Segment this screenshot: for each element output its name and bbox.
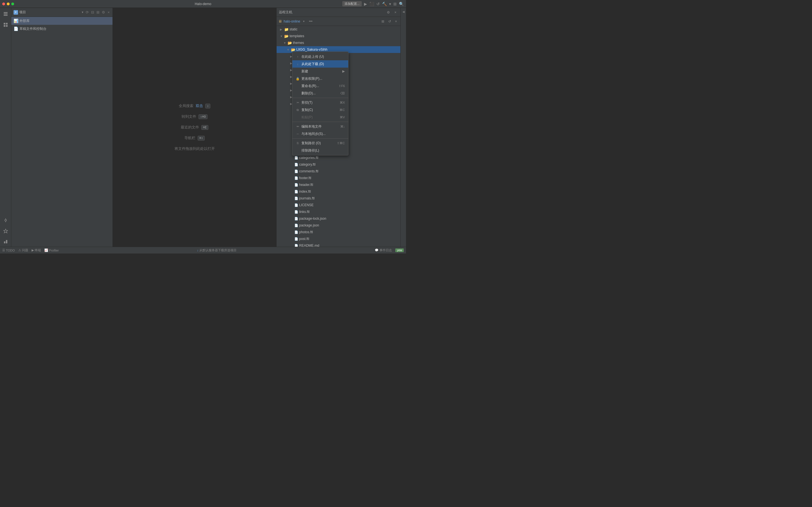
minimize-button[interactable] (7, 3, 10, 5)
file-icon: 📄 (294, 203, 298, 207)
maximize-button[interactable] (11, 3, 14, 5)
ftree-file-pkglock-label: package-lock.json (299, 217, 326, 221)
ftree-file-index[interactable]: 📄 index.ftl (276, 188, 400, 195)
ftree-item-templates[interactable]: ▼ 📂 templates (276, 33, 400, 40)
close-panel-icon[interactable]: × (107, 10, 110, 15)
sidebar-item-commits[interactable] (1, 215, 11, 225)
ctx-cut[interactable]: ✂ 剪切(T) ⌘X (292, 99, 348, 106)
ctx-copy-path[interactable]: ⎘ 复制路径 (O) ⇧⌘C (292, 139, 348, 147)
ctx-permissions[interactable]: 🔒 更改权限(P)... (292, 75, 348, 82)
folder-open-icon: 📂 (291, 48, 296, 52)
hint-drag-drop: 将文件拖放到此处以打开 (174, 146, 215, 151)
ftree-file-journals[interactable]: 📄 journals.ftl (276, 195, 400, 202)
ftree-file-readme-label: README.md (299, 244, 319, 247)
close-button[interactable] (2, 3, 5, 5)
right-panel: 远程主机 ⚙ × 🖥 halo-online ▾ ••• ⊞ ↺ × ▶ 📁 s… (276, 8, 400, 247)
ftree-file-readme[interactable]: 📄 README.md (276, 242, 400, 247)
ctx-download[interactable]: ↓ 从此处下载 (D) (292, 60, 348, 68)
chevron-right-icon: ▶ (280, 28, 283, 31)
sidebar-item-structure[interactable] (1, 20, 11, 30)
project-dropdown-icon[interactable]: ▾ (82, 10, 84, 14)
profiler-label: Profiler (49, 249, 59, 252)
ctx-delete[interactable]: 删除(D)... ⌫ (292, 90, 348, 97)
ftree-file-comments[interactable]: 📄 comments.ftl (276, 168, 400, 175)
search-icon[interactable]: 🔍 (399, 2, 404, 6)
hint-navbar-label: 导航栏 (185, 135, 195, 140)
far-right-label[interactable]: ▶ (402, 9, 405, 15)
right-panel-header-icons: ⚙ × (385, 9, 398, 15)
remote-panel-close-icon[interactable]: × (393, 18, 399, 24)
more-run-icon[interactable]: ▾ (389, 2, 391, 6)
far-left-sidebar (0, 8, 11, 247)
ftree-file-post[interactable]: 📄 post.ftl (276, 235, 400, 242)
ctx-sync[interactable]: ↔ 与本地同步(S)... (292, 130, 348, 137)
ftree-file-header[interactable]: 📄 header.ftl (276, 181, 400, 188)
ftree-file-pkg[interactable]: 📄 package.json (276, 222, 400, 229)
ftree-file-header-label: header.ftl (299, 183, 313, 187)
run-icon[interactable]: ▶ (364, 2, 367, 6)
file-icon: 📄 (294, 156, 298, 160)
build-icon[interactable]: 🔨 (382, 2, 387, 6)
window-controls (2, 3, 14, 5)
tree-item-library[interactable]: 📊 外部库 (11, 17, 112, 25)
hint-recent-files: 最近的文件 ⌘E (181, 125, 208, 130)
sidebar-item-plugins[interactable] (1, 237, 11, 247)
ctx-rename[interactable]: 重命名(R)... ⇧F6 (292, 82, 348, 90)
sidebar-item-project[interactable] (1, 9, 11, 19)
folder-open-icon: 📂 (288, 41, 292, 45)
svg-rect-1 (4, 13, 8, 14)
ctx-exclude-path[interactable]: 排除路径(L) (292, 147, 348, 154)
tree-item-draft[interactable]: 📄 草稿文件和控制台 (11, 25, 112, 33)
ftree-file-pkg-label: package.json (299, 223, 319, 227)
ftree-file-pkglock[interactable]: 📄 package-lock.json (276, 215, 400, 222)
ctx-edit-local[interactable]: ✏ 编辑本地文件 ⌘↓ (292, 123, 348, 130)
stop-icon[interactable]: ⬛ (369, 2, 374, 6)
file-icon: 📄 (294, 163, 298, 166)
svg-rect-0 (4, 12, 8, 13)
ftree-file-footer[interactable]: 📄 footer.ftl (276, 175, 400, 181)
ftree-item-static[interactable]: ▶ 📁 static (276, 26, 400, 33)
remote-refresh-icon[interactable]: ↺ (387, 18, 393, 24)
file-icon: 📄 (294, 244, 298, 247)
ctx-upload[interactable]: ↑ 在此处上传 (U) (292, 53, 348, 60)
problems-tab[interactable]: ⚠ 问题 (18, 248, 28, 252)
remote-close-icon[interactable]: × (393, 9, 398, 15)
ftree-item-themes[interactable]: ▼ 📂 themes (276, 40, 400, 46)
ftree-file-photos[interactable]: 📄 photos.ftl (276, 229, 400, 235)
add-config-button[interactable]: 添加配置... (342, 1, 362, 6)
svg-rect-12 (6, 240, 7, 243)
file-icon: 📄 (294, 224, 298, 227)
refresh-icon[interactable]: ↺ (376, 2, 380, 6)
settings-icon[interactable]: ⚙ (101, 10, 106, 15)
ctx-download-label: 从此处下载 (D) (301, 62, 324, 66)
ftree-file-links[interactable]: 📄 links.ftl (276, 209, 400, 215)
context-menu: ↑ 在此处上传 (U) ↓ 从此处下载 (D) 新建 ▶ 🔒 更改权限(P)..… (292, 52, 349, 156)
status-right: 💬 事件日志 yew (375, 248, 404, 252)
ctx-new[interactable]: 新建 ▶ (292, 68, 348, 75)
ctx-sync-label: 与本地同步(S)... (301, 131, 326, 136)
remote-collapse-icon[interactable]: ⊞ (380, 18, 386, 24)
server-more-icon[interactable]: ••• (307, 18, 314, 24)
ftree-file-post-label: post.ftl (299, 237, 309, 241)
ftree-file-category[interactable]: 📄 category.ftl (276, 161, 400, 168)
left-panel-header: P 项目 ▾ ⟳ ⊟ ⊞ ⚙ × (11, 8, 112, 17)
terminal-label: 终端 (35, 248, 41, 252)
collapse-all-icon[interactable]: ⟳ (85, 10, 89, 15)
ctx-copy[interactable]: ⧉ 复制(C) ⌘C (292, 106, 348, 114)
event-log-tab[interactable]: 💬 事件日志 (375, 248, 392, 252)
chevron-down-icon: ▼ (280, 35, 283, 38)
ctx-copy-shortcut: ⌘C (340, 108, 345, 112)
remote-settings-icon[interactable]: ⚙ (385, 9, 392, 15)
git-branch-badge[interactable]: yew (395, 248, 404, 252)
server-dropdown-icon[interactable]: ▾ (301, 18, 306, 24)
sort-icon[interactable]: ⊟ (91, 10, 95, 15)
svg-rect-6 (6, 25, 8, 27)
filter-icon[interactable]: ⊞ (96, 10, 100, 15)
terminal-tab[interactable]: ▶ 终端 (32, 248, 41, 252)
layout-icon[interactable]: ⊞ (393, 2, 397, 6)
sidebar-item-favorites[interactable] (1, 226, 11, 236)
editor-area: 全局搜索 双击 ⇧ 转到文件 ⇧⌘O 最近的文件 ⌘E 导航栏 ⌘↑ 将文件拖放… (113, 8, 276, 247)
profiler-tab[interactable]: 📈 Profiler (44, 248, 59, 252)
ftree-file-license[interactable]: 📄 LICENSE (276, 202, 400, 209)
todo-tab[interactable]: ☰ TODO (2, 248, 15, 252)
